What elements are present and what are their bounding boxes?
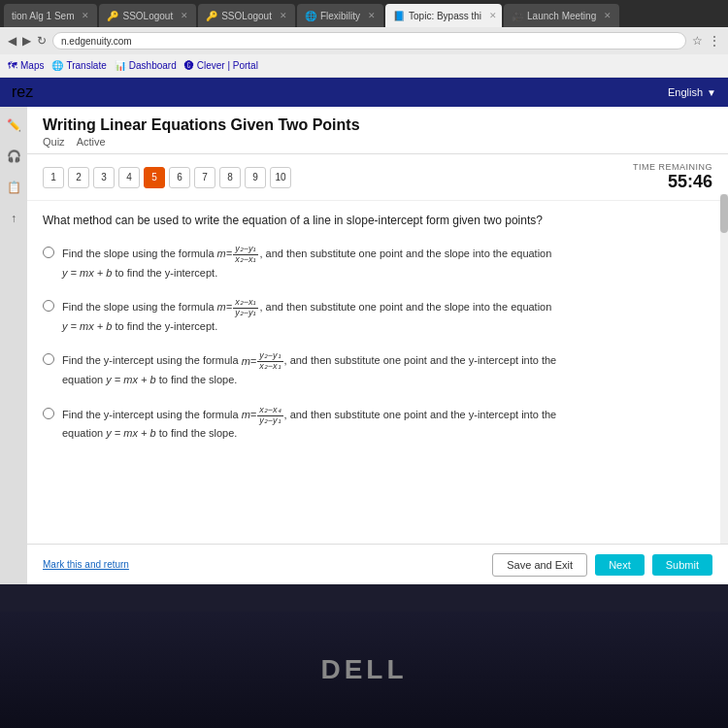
laptop-bottom: DELL (0, 612, 728, 728)
maps-label: Maps (20, 60, 44, 71)
translate-icon: 🌐 (51, 60, 63, 71)
tab-5-close[interactable]: ✕ (489, 11, 497, 20)
address-bar[interactable]: n.edgenuity.com (52, 32, 686, 50)
tab-6-label: Launch Meeting (527, 11, 596, 21)
clever-label: Clever | Portal (197, 60, 258, 71)
notes-icon[interactable]: 📋 (3, 177, 24, 198)
quiz-subtitle: Quiz Active (43, 136, 712, 148)
answer-option-a: Find the slope using the formula m=y₂−y₁… (43, 245, 712, 281)
equation-d: y = mx + b (106, 427, 155, 439)
bookmark-translate[interactable]: 🌐 Translate (51, 60, 106, 71)
translate-label: Translate (66, 60, 106, 71)
q-num-4[interactable]: 4 (118, 167, 140, 188)
tab-6-icon: 🎥 (512, 11, 523, 21)
tab-5-icon: 📘 (393, 11, 405, 21)
answer-option-d: Find the y-intercept using the formula m… (43, 406, 712, 442)
tab-3[interactable]: 🔑 SSOLogout ✕ (198, 4, 295, 27)
reload-icon[interactable]: ↻ (37, 34, 47, 48)
answer-option-b: Find the slope using the formula m=x₂−x₁… (43, 298, 712, 334)
language-dropdown-icon[interactable]: ▼ (707, 87, 716, 98)
q-num-3[interactable]: 3 (93, 167, 115, 188)
option-a-text: Find the slope using the formula m=y₂−y₁… (62, 245, 712, 281)
quiz-header-wrapper: Writing Linear Equations Given Two Point… (27, 107, 728, 201)
forward-icon[interactable]: ▶ (22, 34, 31, 48)
q-num-1[interactable]: 1 (43, 167, 64, 188)
back-icon[interactable]: ◀ (8, 34, 17, 48)
tab-6-close[interactable]: ✕ (604, 11, 612, 20)
formula-c: m=y₂−y₁x₂−x₁ (242, 355, 284, 367)
equation-c: y = mx + b (106, 374, 155, 385)
option-b-text: Find the slope using the formula m=x₂−x₁… (62, 298, 712, 334)
q-num-9[interactable]: 9 (245, 167, 266, 188)
screen: tion Alg 1 Sem ✕ 🔑 SSOLogout ✕ 🔑 SSOLogo… (0, 0, 728, 612)
bookmark-dashboard[interactable]: 📊 Dashboard (115, 60, 177, 71)
q-num-8[interactable]: 8 (219, 167, 241, 188)
tab-5-label: Topic: Bypass thi (409, 11, 481, 21)
radio-b[interactable] (43, 300, 54, 312)
dashboard-icon: 📊 (115, 60, 126, 71)
bookmark-maps[interactable]: 🗺 Maps (8, 60, 44, 71)
submit-button[interactable]: Submit (652, 554, 712, 576)
menu-icon[interactable]: ⋮ (709, 34, 720, 48)
quiz-status-label: Quiz (43, 136, 65, 148)
quiz-container: ✏️ 🎧 📋 ↑ Writing Linear Equations Given … (0, 107, 728, 584)
q-num-10[interactable]: 10 (270, 167, 291, 188)
time-remaining: TIME REMAINING 55:46 (633, 162, 712, 192)
tab-4-label: Flexibility (320, 11, 360, 21)
question-area: What method can be used to write the equ… (27, 201, 728, 584)
radio-c[interactable] (43, 353, 54, 365)
tab-3-close[interactable]: ✕ (280, 11, 287, 20)
q-num-7[interactable]: 7 (194, 167, 215, 188)
scroll-thumb[interactable] (720, 194, 728, 233)
dashboard-label: Dashboard (129, 60, 177, 71)
question-text: What method can be used to write the equ… (43, 213, 712, 229)
scroll-indicator (720, 194, 728, 544)
option-c-text: Find the y-intercept using the formula m… (62, 351, 712, 387)
tab-6[interactable]: 🎥 Launch Meeting ✕ (504, 4, 619, 27)
address-text: n.edgenuity.com (61, 36, 132, 47)
app-header: rez English ▼ (0, 78, 728, 107)
q-num-2[interactable]: 2 (68, 167, 89, 188)
star-icon[interactable]: ☆ (692, 34, 703, 48)
tab-2-icon: 🔑 (107, 11, 118, 21)
next-button[interactable]: Next (595, 554, 645, 576)
tab-bar: tion Alg 1 Sem ✕ 🔑 SSOLogout ✕ 🔑 SSOLogo… (0, 0, 728, 27)
tab-4-close[interactable]: ✕ (368, 11, 376, 20)
radio-a[interactable] (43, 247, 54, 258)
time-value: 55:46 (633, 172, 712, 192)
action-bar: Mark this and return Save and Exit Next … (27, 544, 728, 584)
question-nav: 1 2 3 4 5 6 7 8 9 10 TIME REMAINING 55:4… (27, 154, 728, 201)
formula-d: m=x₂−x₄y₂−y₁ (242, 409, 284, 420)
headphones-icon[interactable]: 🎧 (3, 146, 24, 167)
edit-icon[interactable]: ✏️ (3, 115, 24, 136)
bookmarks-bar: 🗺 Maps 🌐 Translate 📊 Dashboard 🅒 Clever … (0, 54, 728, 78)
tab-5[interactable]: 📘 Topic: Bypass thi ✕ (385, 4, 502, 27)
tab-3-label: SSOLogout (221, 11, 272, 21)
up-icon[interactable]: ↑ (3, 208, 24, 229)
mark-return-link[interactable]: Mark this and return (43, 559, 129, 570)
answer-option-c: Find the y-intercept using the formula m… (43, 351, 712, 387)
maps-icon: 🗺 (8, 60, 17, 71)
clever-icon: 🅒 (184, 60, 194, 71)
save-exit-button[interactable]: Save and Exit (492, 553, 587, 577)
tab-1[interactable]: tion Alg 1 Sem ✕ (4, 4, 97, 27)
bookmark-clever[interactable]: 🅒 Clever | Portal (184, 60, 258, 71)
tab-2-label: SSOLogout (122, 11, 173, 21)
language-label: English (668, 86, 703, 98)
equation-a: y = mx + b (62, 267, 112, 279)
q-num-6[interactable]: 6 (169, 167, 190, 188)
tab-1-label: tion Alg 1 Sem (12, 11, 74, 21)
user-name: rez (12, 83, 33, 101)
quiz-status-value: Active (77, 136, 106, 148)
quiz-title: Writing Linear Equations Given Two Point… (43, 116, 712, 134)
tab-4-icon: 🌐 (305, 11, 316, 21)
q-num-5[interactable]: 5 (144, 167, 165, 188)
tab-2-close[interactable]: ✕ (181, 11, 188, 20)
browser-chrome: tion Alg 1 Sem ✕ 🔑 SSOLogout ✕ 🔑 SSOLogo… (0, 0, 728, 78)
tab-4[interactable]: 🌐 Flexibility ✕ (297, 4, 383, 27)
radio-d[interactable] (43, 408, 54, 419)
tab-2[interactable]: 🔑 SSOLogout ✕ (99, 4, 196, 27)
nav-bar: ◀ ▶ ↻ n.edgenuity.com ☆ ⋮ (0, 27, 728, 54)
page-content: rez English ▼ ✏️ 🎧 📋 ↑ Writing Linear Eq… (0, 78, 728, 584)
tab-1-close[interactable]: ✕ (82, 11, 89, 20)
